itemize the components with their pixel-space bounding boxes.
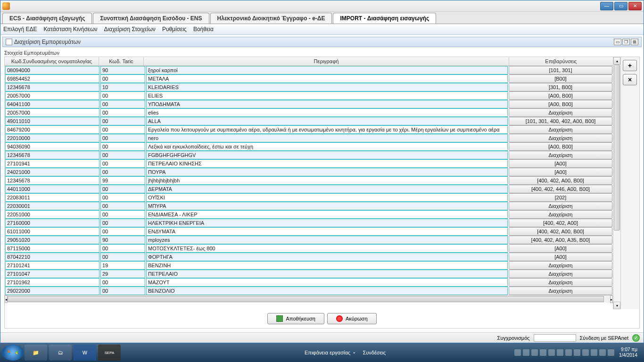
- table-row[interactable]: 1234567810KLEIDARIES[301, B00]: [5, 83, 613, 91]
- cell-description[interactable]: ΠΟΥΡΑ: [146, 168, 508, 176]
- cell-charges-button[interactable]: [A00, B00]: [509, 91, 612, 100]
- cell-description[interactable]: jhjhbjhbjbhjbh: [146, 176, 508, 185]
- tray-icon[interactable]: [548, 349, 555, 356]
- tray-icon[interactable]: [608, 349, 614, 356]
- cell-combined-code[interactable]: 87115000: [5, 244, 99, 253]
- cell-taric-code[interactable]: 29: [100, 270, 145, 278]
- tray-icon[interactable]: [591, 349, 597, 356]
- cell-charges-button[interactable]: [A00]: [509, 253, 612, 261]
- cell-taric-code[interactable]: 00: [100, 244, 145, 253]
- taskbar-item-explorer[interactable]: 📁: [25, 345, 47, 361]
- cell-charges-button[interactable]: Διαχείριση: [509, 108, 612, 117]
- cell-combined-code[interactable]: 27101047: [5, 270, 99, 278]
- table-row[interactable]: 2208301100ΟΥΪΣΚΙ[202]: [5, 193, 613, 202]
- cell-combined-code[interactable]: 27101941: [5, 159, 99, 168]
- cell-charges-button[interactable]: [400, 402, 446, A00, B00]: [509, 185, 612, 193]
- cell-taric-code[interactable]: 00: [100, 193, 145, 202]
- table-row[interactable]: 2203000100ΜΠΥΡΑΔιαχείριση: [5, 202, 613, 210]
- table-row[interactable]: 8467920000Εργαλεία που λειτουργούν με συ…: [5, 125, 613, 134]
- table-row[interactable]: 2402100000ΠΟΥΡΑ[A00]: [5, 168, 613, 176]
- minimize-button[interactable]: —: [600, 2, 613, 10]
- cell-description[interactable]: ΕΝΔΥΜΑΤΑ: [146, 227, 508, 236]
- panel-maximize-button[interactable]: ❐: [622, 39, 630, 45]
- cell-combined-code[interactable]: 08094000: [5, 66, 99, 74]
- cell-description[interactable]: ΠΕΤΡΕΛΑΙΟ: [146, 270, 508, 278]
- table-row[interactable]: 2710194100ΠΕΤΡΕΛΑΙΟ ΚΙΝΗΣΗΣ[A00]: [5, 159, 613, 168]
- cell-charges-button[interactable]: Διαχείριση: [509, 210, 612, 219]
- cell-description[interactable]: ΒΕΝΖΟΛΙΟ: [146, 287, 508, 295]
- table-row[interactable]: 2205100000ΕΝΔΙΑΜΕΣΑ - ΛΙΚΕΡΔιαχείριση: [5, 210, 613, 219]
- v-scroll-thumb[interactable]: [614, 65, 620, 230]
- cell-charges-button[interactable]: [A00]: [509, 244, 612, 253]
- cell-charges-button[interactable]: [B00]: [509, 74, 612, 83]
- cell-combined-code[interactable]: 29051020: [5, 236, 99, 244]
- cell-combined-code[interactable]: 12345678: [5, 151, 99, 159]
- cell-description[interactable]: ELIES: [146, 91, 508, 100]
- table-row[interactable]: 6101100000ΕΝΔΥΜΑΤΑ[400, 402, A00, B00]: [5, 227, 613, 236]
- tray-icon[interactable]: [599, 349, 606, 356]
- cell-description[interactable]: ΜΠΥΡΑ: [146, 202, 508, 210]
- cell-charges-button[interactable]: Διαχείριση: [509, 270, 612, 278]
- cell-description[interactable]: FGBGHFGHFGHGV: [146, 151, 508, 159]
- cell-taric-code[interactable]: 00: [100, 100, 145, 108]
- table-row[interactable]: 1234567800FGBGHFGHFGHGVΔιαχείριση: [5, 151, 613, 159]
- close-button[interactable]: ✕: [628, 2, 642, 10]
- cell-combined-code[interactable]: 24021000: [5, 168, 99, 176]
- panel-close-button[interactable]: ⊠: [631, 39, 638, 45]
- tray-icon[interactable]: [582, 349, 589, 356]
- menu-item[interactable]: Ρυθμίσεις: [162, 26, 187, 33]
- cell-charges-button[interactable]: [A00]: [509, 159, 612, 168]
- table-row[interactable]: 2716000000ΗΛΕΚΤΡΙΚΗ ΕΝΕΡΓΕΙΑ[400, 402, A…: [5, 219, 613, 227]
- cell-taric-code[interactable]: 00: [100, 151, 145, 159]
- cell-description[interactable]: KLEIDARIES: [146, 83, 508, 91]
- cell-combined-code[interactable]: 27101962: [5, 278, 99, 287]
- tray-icon[interactable]: [514, 349, 521, 356]
- tray-icon[interactable]: [540, 349, 546, 356]
- cell-charges-button[interactable]: Διαχείριση: [509, 134, 612, 142]
- cell-charges-button[interactable]: [400, 402, A00, A35, B00]: [509, 236, 612, 244]
- panel-minimize-button[interactable]: ▭: [614, 39, 621, 45]
- main-tab[interactable]: Ηλεκτρονικό Διοικητικό Έγγραφο - e-ΔΕ: [210, 13, 332, 24]
- cell-taric-code[interactable]: 00: [100, 227, 145, 236]
- cell-combined-code[interactable]: 49011010: [5, 117, 99, 125]
- tray-icon[interactable]: [565, 349, 572, 356]
- cell-taric-code[interactable]: 00: [100, 210, 145, 219]
- start-button[interactable]: [2, 345, 24, 361]
- cell-description[interactable]: Λεξικά και εγκυκλοπαίδειες, έστω και σε …: [146, 142, 508, 151]
- cell-combined-code[interactable]: 27101241: [5, 261, 99, 270]
- column-header[interactable]: Περιγραφή: [144, 57, 509, 66]
- cell-charges-button[interactable]: [400, 402, A00, B00]: [509, 176, 612, 185]
- table-row[interactable]: 2710196200ΜΑΖΟΥΤΔιαχείριση: [5, 278, 613, 287]
- taskbar-item-sepa[interactable]: SEPA: [98, 345, 121, 361]
- table-row[interactable]: 0809400090ξηροί καρποί[101, 301]: [5, 66, 613, 74]
- cell-combined-code[interactable]: 44011000: [5, 185, 99, 193]
- cell-taric-code[interactable]: 00: [100, 108, 145, 117]
- table-row[interactable]: 4901101000ALLA[101, 301, 400, 402, A00, …: [5, 117, 613, 125]
- table-row[interactable]: 2005700000eliesΔιαχείριση: [5, 108, 613, 117]
- cell-taric-code[interactable]: 00: [100, 185, 145, 193]
- cell-taric-code[interactable]: 00: [100, 91, 145, 100]
- main-tab[interactable]: ECS - Διασάφηση εξαγωγής: [2, 13, 92, 24]
- cell-taric-code[interactable]: 00: [100, 134, 145, 142]
- column-header[interactable]: Κωδ.Συνδυασμένης ονοματολογίας: [5, 57, 99, 66]
- taskbar-workspace[interactable]: Επιφάνεια εργασίας»: [301, 350, 359, 355]
- table-row[interactable]: 9403609000Λεξικά και εγκυκλοπαίδειες, έσ…: [5, 142, 613, 151]
- taskbar-item-folder[interactable]: 🗂: [49, 345, 72, 361]
- vertical-scrollbar[interactable]: ▴ ▾: [613, 57, 620, 309]
- table-row[interactable]: 2201000000neroΔιαχείριση: [5, 134, 613, 142]
- cell-taric-code[interactable]: 00: [100, 159, 145, 168]
- cell-description[interactable]: ξηροί καρποί: [146, 66, 508, 74]
- cell-combined-code[interactable]: 69854452: [5, 74, 99, 83]
- tray-icon[interactable]: [531, 349, 538, 356]
- cell-charges-button[interactable]: Διαχείριση: [509, 278, 612, 287]
- cell-description[interactable]: ΟΥΪΣΚΙ: [146, 193, 508, 202]
- cell-charges-button[interactable]: [A00, B00]: [509, 142, 612, 151]
- cell-combined-code[interactable]: 61011000: [5, 227, 99, 236]
- cell-combined-code[interactable]: 20057000: [5, 108, 99, 117]
- cell-description[interactable]: nero: [146, 134, 508, 142]
- cell-charges-button[interactable]: [301, B00]: [509, 83, 612, 91]
- cell-charges-button[interactable]: Διαχείριση: [509, 151, 612, 159]
- maximize-button[interactable]: ▭: [614, 2, 627, 10]
- cell-description[interactable]: ΕΝΔΙΑΜΕΣΑ - ΛΙΚΕΡ: [146, 210, 508, 219]
- scroll-down-button[interactable]: ▾: [613, 302, 620, 309]
